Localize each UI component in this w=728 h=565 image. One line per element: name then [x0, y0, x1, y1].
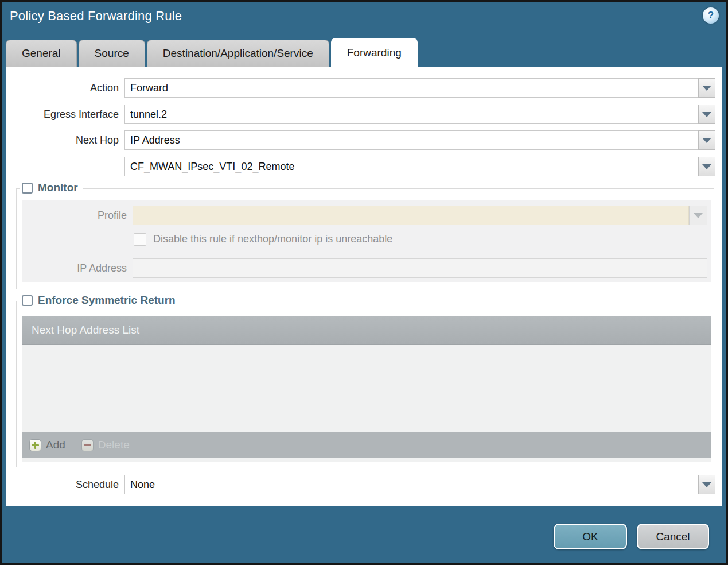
table-bottom-strip	[22, 458, 711, 462]
next-hop-dropdown-button[interactable]	[698, 130, 715, 150]
enforce-symmetric-return-legend: Enforce Symmetric Return	[20, 294, 181, 307]
egress-interface-select[interactable]: tunnel.2	[124, 105, 698, 124]
help-glyph: ?	[708, 10, 714, 21]
add-button[interactable]: Add	[29, 439, 65, 451]
disable-rule-label: Disable this rule if nexthop/monitor ip …	[153, 231, 392, 247]
next-hop-select[interactable]: IP Address	[124, 130, 698, 150]
monitor-legend-label: Monitor	[38, 181, 78, 194]
dropdown-arrow-icon	[702, 482, 711, 487]
dropdown-arrow-icon	[702, 86, 711, 91]
enforce-symmetric-return-checkbox[interactable]	[22, 295, 33, 306]
tab-general[interactable]: General	[6, 40, 77, 67]
monitor-section: Monitor Profile Disable this rule if nex…	[16, 188, 714, 289]
action-dropdown-button[interactable]	[698, 78, 715, 98]
ok-button[interactable]: OK	[554, 524, 627, 549]
next-hop-address-list-body[interactable]	[22, 345, 711, 432]
profile-select	[133, 206, 689, 225]
dialog-title: Policy Based Forwarding Rule	[10, 9, 182, 24]
schedule-dropdown-button[interactable]	[698, 475, 715, 494]
next-hop-address-list-toolbar: Add Delete	[22, 432, 711, 458]
schedule-select[interactable]: None	[124, 475, 698, 494]
action-label: Action	[6, 78, 119, 98]
next-hop-address-dropdown-button[interactable]	[698, 157, 715, 176]
minus-icon	[81, 439, 94, 451]
disable-rule-checkbox	[134, 233, 146, 246]
monitor-ip-address-label: IP Address	[22, 258, 127, 278]
tab-destination-application-service[interactable]: Destination/Application/Service	[147, 40, 329, 67]
cancel-button[interactable]: Cancel	[637, 524, 709, 549]
dropdown-arrow-icon	[702, 164, 711, 169]
monitor-checkbox[interactable]	[22, 183, 33, 194]
tab-forwarding[interactable]: Forwarding	[331, 38, 418, 67]
profile-dropdown-button	[689, 206, 707, 225]
dropdown-arrow-icon	[702, 112, 711, 117]
monitor-panel: Profile Disable this rule if nexthop/mon…	[22, 200, 711, 282]
monitor-legend: Monitor	[20, 181, 83, 194]
action-select[interactable]: Forward	[124, 78, 698, 98]
dropdown-arrow-icon	[702, 138, 711, 143]
next-hop-address-list-header: Next Hop Address List	[22, 316, 711, 345]
dropdown-arrow-icon	[694, 213, 703, 218]
enforce-symmetric-return-label: Enforce Symmetric Return	[38, 294, 176, 307]
tab-source[interactable]: Source	[79, 40, 145, 67]
next-hop-address-table: Next Hop Address List Add Delete	[22, 316, 711, 462]
delete-button: Delete	[81, 439, 130, 451]
egress-interface-dropdown-button[interactable]	[698, 105, 715, 124]
profile-label: Profile	[22, 206, 127, 225]
tab-strip: General Source Destination/Application/S…	[6, 38, 722, 67]
next-hop-address-select[interactable]: CF_MWAN_IPsec_VTI_02_Remote	[124, 157, 698, 176]
enforce-symmetric-return-section: Enforce Symmetric Return Next Hop Addres…	[16, 301, 714, 467]
dialog-body: Action Forward Egress Interface tunnel.2…	[6, 67, 722, 506]
plus-icon	[29, 439, 41, 451]
schedule-label: Schedule	[6, 475, 119, 494]
monitor-ip-address-input	[133, 258, 707, 278]
egress-interface-label: Egress Interface	[6, 105, 119, 124]
help-icon[interactable]: ?	[703, 7, 719, 24]
next-hop-label: Next Hop	[6, 130, 119, 150]
